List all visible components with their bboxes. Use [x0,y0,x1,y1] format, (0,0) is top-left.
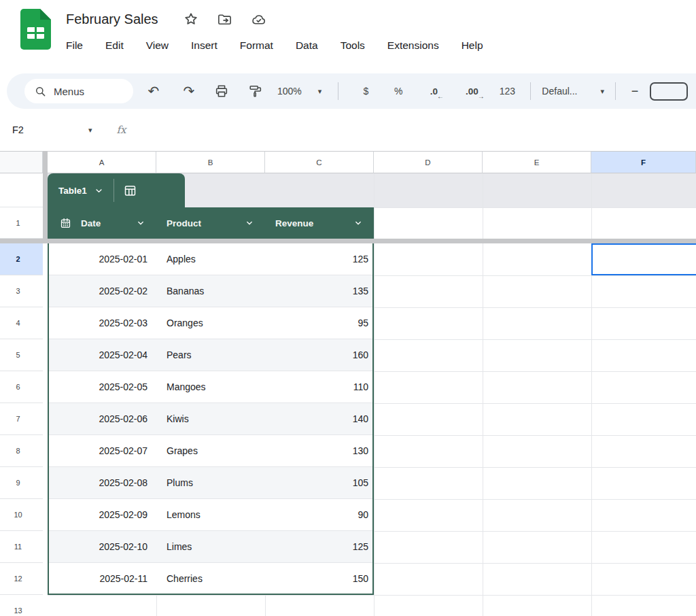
row-header-13[interactable]: 13 [0,595,43,616]
percent-format-button[interactable]: % [385,78,412,105]
font-size-input[interactable] [650,82,688,101]
document-title[interactable]: February Sales [66,12,158,27]
row-header-11[interactable]: 11 [0,531,43,563]
cell-product[interactable]: Plums [156,477,265,488]
row-header-band[interactable] [0,173,43,207]
decrease-font-size-button[interactable]: − [621,78,648,105]
column-header-c[interactable]: C [265,151,374,173]
cell-revenue[interactable]: 130 [265,445,374,456]
row-header-3[interactable]: 3 [0,275,43,307]
cell-revenue[interactable]: 125 [265,541,374,552]
cell-date[interactable]: 2025-02-06 [48,413,156,424]
menu-tools[interactable]: Tools [338,38,367,53]
cell-date[interactable]: 2025-02-05 [48,381,156,392]
name-box[interactable]: F2 [12,124,88,135]
zoom-control[interactable]: 100% ▾ [277,86,321,97]
table-header-revenue[interactable]: Revenue [265,207,374,239]
row-header-7[interactable]: 7 [0,403,43,435]
frozen-row-divider[interactable] [0,239,696,243]
app-header: February Sales FileEditViewInsertFormatD… [0,0,696,73]
menu-data[interactable]: Data [294,38,320,53]
row-header-10[interactable]: 10 [0,499,43,531]
font-style-dropdown[interactable]: Defaul... ▾ [542,86,604,97]
table-header-date[interactable]: Date [48,207,156,239]
column-header-e[interactable]: E [483,151,591,173]
table-name-chip[interactable]: Table1 [48,173,185,207]
cell-date[interactable]: 2025-02-04 [48,349,156,360]
menu-file[interactable]: File [64,38,85,53]
column-header-b[interactable]: B [156,151,265,173]
cell-revenue[interactable]: 90 [265,509,374,520]
row-header-4[interactable]: 4 [0,307,43,339]
cell-date[interactable]: 2025-02-03 [48,318,156,328]
column-header-f[interactable]: F [591,151,696,173]
cell-revenue[interactable]: 150 [265,573,374,584]
cell-product[interactable]: Lemons [156,509,265,520]
increase-decimal-button[interactable]: .00→ [458,78,485,105]
menu-format[interactable]: Format [238,38,275,53]
formula-bar: F2 ▾ fx [0,110,696,150]
cell-product[interactable]: Apples [156,254,265,264]
table-row: 2025-02-01Apples125 [48,243,374,275]
column-header-a[interactable]: A [48,151,156,173]
cell-product[interactable]: Cherries [156,573,265,584]
cell-date[interactable]: 2025-02-01 [48,254,156,264]
cell-date[interactable]: 2025-02-10 [48,541,156,552]
row-header-9[interactable]: 9 [0,467,43,499]
cell-product[interactable]: Bananas [156,286,265,296]
chevron-down-icon[interactable] [136,218,145,228]
toolbar: Menus ↶ ↷ 100% ▾ $ % .0← .00→ 123 [7,73,696,109]
menus-search-button[interactable]: Menus [24,79,133,103]
cell-revenue[interactable]: 110 [265,381,374,392]
cell-date[interactable]: 2025-02-02 [48,286,156,296]
table-grid-icon[interactable] [123,184,137,198]
cell-date[interactable]: 2025-02-11 [48,573,156,584]
chevron-down-icon[interactable] [245,218,254,228]
cell-revenue[interactable]: 160 [265,349,374,360]
row-header-1[interactable]: 1 [0,207,43,239]
row-header-12[interactable]: 12 [0,563,43,595]
cell-revenue[interactable]: 140 [265,413,374,424]
row-header-6[interactable]: 6 [0,371,43,403]
move-folder-icon[interactable] [217,11,233,27]
name-box-dropdown-icon[interactable]: ▾ [88,126,92,135]
cell-product[interactable]: Pears [156,349,265,360]
cell-date[interactable]: 2025-02-08 [48,477,156,488]
cell-revenue[interactable]: 125 [265,254,374,264]
chevron-down-icon[interactable] [94,186,104,196]
menu-insert[interactable]: Insert [189,38,220,53]
redo-button[interactable]: ↷ [175,78,203,105]
column-header-d[interactable]: D [374,151,483,173]
undo-button[interactable]: ↶ [140,78,167,105]
print-button[interactable] [208,78,235,105]
cell-product[interactable]: Kiwis [156,413,265,424]
star-icon[interactable] [183,11,199,27]
table-header-product[interactable]: Product [156,207,265,239]
cell-date[interactable]: 2025-02-07 [48,445,156,456]
row-header-8[interactable]: 8 [0,435,43,467]
currency-format-button[interactable]: $ [352,78,379,105]
cell-date[interactable]: 2025-02-09 [48,509,156,520]
arrow-right-icon: → [478,92,485,100]
row-header-2[interactable]: 2 [0,243,43,275]
cell-revenue[interactable]: 135 [265,286,374,296]
cell-revenue[interactable]: 105 [265,477,374,488]
toolbar-divider [530,82,531,100]
sheets-logo[interactable] [20,9,51,50]
menu-help[interactable]: Help [459,38,485,53]
cell-product[interactable]: Mangoes [156,381,265,392]
menu-edit[interactable]: Edit [103,38,126,53]
frozen-column-divider[interactable] [43,151,48,243]
decrease-decimal-button[interactable]: .0← [420,78,447,105]
chevron-down-icon[interactable] [353,218,363,228]
cell-revenue[interactable]: 95 [265,318,374,328]
row-header-5[interactable]: 5 [0,339,43,371]
cell-product[interactable]: Limes [156,541,265,552]
menu-view[interactable]: View [144,38,171,53]
more-formats-button[interactable]: 123 [493,78,521,105]
select-all-corner[interactable] [0,151,43,173]
cell-product[interactable]: Grapes [156,445,265,456]
menu-extensions[interactable]: Extensions [385,38,441,53]
paint-format-button[interactable] [242,78,269,105]
cell-product[interactable]: Oranges [156,318,265,328]
